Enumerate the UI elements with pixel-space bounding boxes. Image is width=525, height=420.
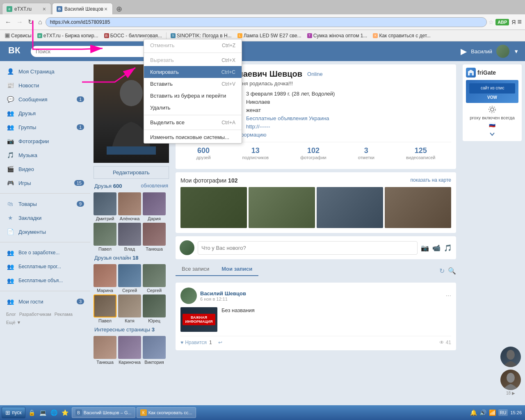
- context-menu-item-cut[interactable]: Вырезать Ctrl+X: [144, 54, 242, 66]
- taskbar-network-icon[interactable]: 📶: [489, 409, 496, 416]
- reload-button[interactable]: ↻: [26, 17, 35, 27]
- sidebar-item-music[interactable]: 🎵 Музыка: [0, 148, 90, 162]
- list-item[interactable]: Виктория: [143, 336, 166, 365]
- avp-extension-button[interactable]: ABP: [495, 19, 509, 25]
- list-item[interactable]: Юрец: [143, 294, 166, 323]
- taskbar-window-2[interactable]: К Как скопировать сс...: [137, 407, 196, 418]
- share-button[interactable]: ↩: [218, 340, 222, 345]
- list-item[interactable]: Павел: [94, 294, 116, 323]
- post-thumbnail[interactable]: ВАЖНАЯИНФОРМАЦИЯ: [180, 307, 217, 332]
- wall-refresh-icon[interactable]: ↻: [439, 267, 445, 275]
- list-item[interactable]: Дмитрий: [94, 192, 116, 221]
- like-button[interactable]: ♥ Нравится 1: [180, 340, 212, 345]
- vk-logo[interactable]: ВК: [6, 42, 23, 61]
- vk-header-avatar[interactable]: [496, 45, 509, 58]
- vk-username[interactable]: Василий: [471, 48, 492, 55]
- sidebar-item-free1[interactable]: 👥 Бесплатные прог...: [0, 260, 90, 274]
- taskbar-volume-icon[interactable]: 🔊: [479, 409, 486, 416]
- sidebar-item-photos[interactable]: 📷 Фотографии: [0, 134, 90, 148]
- context-menu-item-undo[interactable]: Отменить Ctrl+Z: [144, 39, 242, 51]
- sidebar-item-bookmarks[interactable]: ★ Закладки: [0, 211, 90, 225]
- taskbar-window-1[interactable]: В Василий Шевцов – G...: [72, 407, 135, 418]
- edit-profile-button[interactable]: Редактировать: [94, 166, 169, 179]
- home-button[interactable]: ⌂: [37, 18, 44, 27]
- sidebar-item-guests[interactable]: 👥 Мои гости 3: [0, 294, 90, 308]
- sidebar-item-messages[interactable]: 💬 Сообщения 1: [0, 92, 90, 106]
- list-item[interactable]: Дария: [143, 192, 166, 221]
- sidebar-ad-link[interactable]: Реклама: [55, 312, 73, 317]
- sidebar-item-free2[interactable]: 👥 Бесплатные объя...: [0, 274, 90, 288]
- stat-videos[interactable]: 125 видеозаписей: [406, 146, 436, 160]
- post-author-avatar[interactable]: [180, 288, 197, 304]
- wall-search-icon[interactable]: 🔍: [448, 267, 456, 275]
- detail-work-value[interactable]: Бесплатные объявления Украина: [246, 115, 329, 121]
- taskbar-lang-indicator[interactable]: RU: [498, 409, 508, 416]
- stat-photos[interactable]: 102 фотографии: [300, 146, 326, 160]
- context-menu-item-select-all[interactable]: Выделить все Ctrl+A: [144, 116, 242, 128]
- context-menu-item-delete[interactable]: Удалить: [144, 102, 242, 114]
- url-input[interactable]: [46, 17, 487, 27]
- stat-friends[interactable]: 600 друзей: [196, 146, 211, 160]
- frigate-site-list-button[interactable]: сайт из списка VOW: [466, 80, 518, 103]
- vk-play-icon[interactable]: ▶: [461, 46, 467, 56]
- photo-thumb[interactable]: [249, 187, 315, 228]
- vk-header-dropdown-icon[interactable]: ▼: [514, 48, 519, 55]
- taskbar-icon-3[interactable]: 🌐: [49, 408, 59, 418]
- context-menu-item-copy[interactable]: Копировать Ctrl+C: [144, 66, 242, 78]
- bookmark-services[interactable]: ⊞ Сервисы: [3, 32, 33, 39]
- bookmark-how[interactable]: К Как справиться с дет...: [371, 32, 432, 39]
- bottom-avatar-1[interactable]: [500, 347, 521, 367]
- video-upload-icon[interactable]: 📹: [432, 244, 441, 252]
- sidebar-item-video[interactable]: 🎬 Видео: [0, 162, 90, 176]
- back-button[interactable]: ←: [3, 18, 13, 27]
- list-item[interactable]: Алёночка: [118, 192, 141, 221]
- context-menu-item-search-engines[interactable]: Изменить поисковые системы...: [144, 131, 242, 143]
- list-item[interactable]: Марина: [94, 264, 116, 293]
- tab-close-vk[interactable]: ×: [103, 6, 108, 12]
- show-on-map-link[interactable]: показать на карте: [411, 177, 452, 184]
- sidebar-item-earning[interactable]: 👥 Все о заработке...: [0, 246, 90, 260]
- post-author-name[interactable]: Василий Шевцов: [200, 290, 246, 297]
- context-menu-item-paste[interactable]: Вставить Ctrl+V: [144, 78, 242, 90]
- bookmark-sinoptik[interactable]: S SINOPTIK: Погода в Н...: [169, 32, 233, 39]
- stat-subscribers[interactable]: 13 подписчиков: [242, 146, 269, 160]
- list-item[interactable]: Кариночка: [118, 336, 141, 365]
- list-item[interactable]: Сергей: [143, 264, 166, 293]
- sidebar-item-goods[interactable]: 🛍 Товары 9: [0, 197, 90, 211]
- detail-website-value[interactable]: http://------: [246, 123, 270, 130]
- sidebar-more-link[interactable]: Ещё ▼: [6, 320, 21, 325]
- bookmark-boss[interactable]: B БОСС - биллинговая...: [103, 32, 164, 39]
- list-item[interactable]: Влад: [118, 223, 141, 251]
- taskbar-icon-4[interactable]: ⭐: [60, 408, 70, 418]
- start-button[interactable]: ⊞ пуск: [2, 407, 25, 418]
- sidebar-item-friends[interactable]: 👥 Друзья: [0, 106, 90, 120]
- post-input-field[interactable]: [198, 241, 418, 255]
- music-upload-icon[interactable]: 🎵: [444, 244, 452, 252]
- list-item[interactable]: Танюша: [143, 223, 166, 251]
- tab-close-etxt[interactable]: ×: [42, 6, 47, 12]
- stat-marks[interactable]: 3 отметки: [358, 146, 374, 160]
- sidebar-item-mypage[interactable]: 👤 Моя Страница: [0, 64, 90, 78]
- tab-vk[interactable]: В Василий Шевцов ×: [52, 3, 113, 14]
- sidebar-item-news[interactable]: 📰 Новости: [0, 78, 90, 92]
- sidebar-item-docs[interactable]: 📄 Документы: [0, 225, 90, 239]
- photo-thumb[interactable]: [180, 187, 247, 228]
- bookmark-lamp[interactable]: L Лампа LED 5W E27 све...: [236, 32, 303, 39]
- taskbar-icon-1[interactable]: 🔒: [27, 408, 37, 418]
- tab-all-posts[interactable]: Все записи: [176, 262, 215, 275]
- menu-button[interactable]: ≡: [517, 18, 522, 26]
- tab-etxt[interactable]: e eTXT.ru ×: [2, 3, 51, 14]
- list-item[interactable]: Павел: [94, 223, 116, 251]
- new-tab-button[interactable]: ⊕: [114, 4, 125, 14]
- post-options-button[interactable]: ···: [446, 292, 451, 299]
- photo-thumb[interactable]: [385, 187, 451, 228]
- sidebar-blog-link[interactable]: Блог: [6, 312, 16, 317]
- forward-button[interactable]: →: [15, 18, 25, 27]
- context-menu-item-paste-go[interactable]: Вставить из буфера и перейти: [144, 90, 242, 102]
- taskbar-icon-2[interactable]: 💻: [38, 408, 48, 418]
- list-item[interactable]: Танюша: [94, 336, 116, 365]
- sidebar-item-games[interactable]: 🎮 Игры 15: [0, 176, 90, 190]
- frigate-settings-icon[interactable]: [466, 105, 518, 114]
- photo-thumb[interactable]: [317, 187, 383, 228]
- yandex-extension-button[interactable]: Я: [511, 19, 516, 25]
